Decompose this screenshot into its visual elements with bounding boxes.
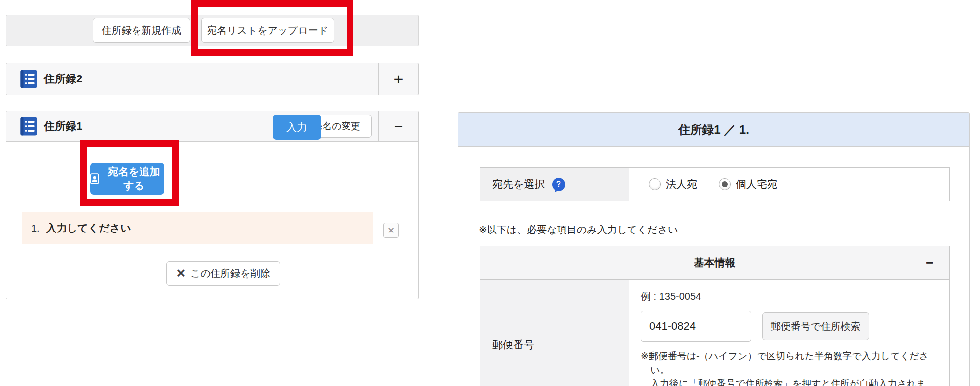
recipient-row: 1. 入力してください xyxy=(22,212,373,244)
radio-icon-unselected[interactable] xyxy=(649,178,661,190)
postal-code-search-button[interactable]: 郵便番号で住所検索 xyxy=(762,312,869,340)
radio-option-corporate[interactable]: 法人宛 xyxy=(649,177,697,191)
collapse-address-book-1-button[interactable]: − xyxy=(378,111,418,141)
delete-x-icon: ✕ xyxy=(176,267,186,280)
recipient-number: 1. xyxy=(31,223,40,234)
delete-address-book-label: この住所録を削除 xyxy=(190,267,270,280)
detail-panel-header: 住所録1 ／ 1. xyxy=(458,113,969,147)
recipient-placeholder-text: 入力してください xyxy=(46,221,131,235)
add-recipient-button[interactable]: 宛名を追加する xyxy=(90,163,164,195)
address-book-icon xyxy=(20,117,37,136)
address-book-icon xyxy=(20,70,37,88)
add-recipient-label: 宛名を追加する xyxy=(103,165,164,193)
recipient-card-icon xyxy=(90,172,99,185)
radio-option-personal[interactable]: 個人宅宛 xyxy=(719,177,777,191)
basic-info-section: 基本情報 − 郵便番号 例 : 135-0054 郵便番号で住所検索 ※郵便番号… xyxy=(480,246,950,386)
address-book-2-panel: 住所録2 + xyxy=(6,63,419,95)
recipient-type-options: 法人宛 個人宅宛 xyxy=(629,168,949,201)
recipient-input-button[interactable]: 入力 xyxy=(273,115,321,140)
address-book-1-panel: 住所録1 住所録名の変更 − 宛名を追加する 1. 入力してください 入力 ✕ … xyxy=(6,111,419,299)
postal-code-input[interactable] xyxy=(641,311,751,342)
help-icon[interactable]: ? xyxy=(552,178,565,191)
recipient-detail-panel: 住所録1 ／ 1. 宛先を選択 ? 法人宛 個人宅宛 ※以下は、必要な項目のみ入… xyxy=(458,112,970,386)
radio-label-corporate: 法人宛 xyxy=(666,177,697,191)
postal-code-label: 郵便番号 xyxy=(492,338,534,352)
postal-code-label-cell: 郵便番号 xyxy=(480,280,629,386)
address-book-1-title: 住所録1 xyxy=(44,119,82,134)
postal-note-autofill: 入力後に「郵便番号で住所検索」を押すと住所が自動入力されます。 xyxy=(641,377,934,386)
address-book-1-header: 住所録1 住所録名の変更 − xyxy=(6,111,418,142)
postal-code-example: 例 : 135-0054 xyxy=(641,290,949,303)
address-book-toolbar: 住所録を新規作成 宛名リストをアップロード xyxy=(6,15,419,46)
radio-label-personal: 個人宅宛 xyxy=(736,177,777,191)
remove-recipient-button[interactable]: ✕ xyxy=(383,223,399,238)
upload-recipient-list-button[interactable]: 宛名リストをアップロード xyxy=(201,18,334,43)
postal-code-content-cell: 例 : 135-0054 郵便番号で住所検索 ※郵便番号は-（ハイフン）で区切ら… xyxy=(629,280,949,386)
required-fields-note: ※以下は、必要な項目のみ入力してください xyxy=(479,223,678,236)
postal-code-notes: ※郵便番号は-（ハイフン）で区切られた半角数字で入力してください。 入力後に「郵… xyxy=(641,349,949,386)
radio-icon-selected[interactable] xyxy=(719,178,731,190)
postal-code-row: 郵便番号 例 : 135-0054 郵便番号で住所検索 ※郵便番号は-（ハイフン… xyxy=(480,280,949,386)
create-address-book-button[interactable]: 住所録を新規作成 xyxy=(93,18,190,43)
recipient-type-row: 宛先を選択 ? 法人宛 個人宅宛 xyxy=(480,167,950,201)
detail-panel-title: 住所録1 ／ 1. xyxy=(678,122,749,138)
delete-address-book-button[interactable]: ✕ この住所録を削除 xyxy=(166,261,280,286)
address-book-2-title: 住所録2 xyxy=(44,72,82,86)
postal-note-format: ※郵便番号は-（ハイフン）で区切られた半角数字で入力してください。 xyxy=(641,349,939,377)
recipient-type-label: 宛先を選択 xyxy=(492,177,545,191)
collapse-basic-info-button[interactable]: − xyxy=(910,246,949,280)
basic-info-header: 基本情報 − xyxy=(480,246,949,280)
basic-info-title: 基本情報 xyxy=(694,256,736,270)
recipient-type-label-cell: 宛先を選択 ? xyxy=(480,168,629,201)
expand-address-book-2-button[interactable]: + xyxy=(378,63,418,95)
